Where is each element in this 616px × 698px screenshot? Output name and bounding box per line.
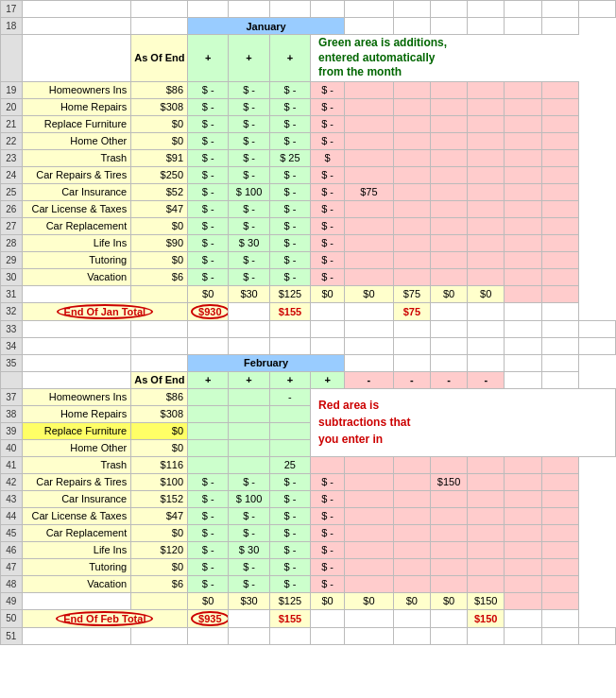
feb-g1-7[interactable]: $ - [202,510,214,521]
jan-p1-1[interactable]: $ - [321,101,334,112]
feb-p1-8[interactable]: $ - [321,527,334,538]
feb-total-row: 50End Of Feb Total$935$155$150 [1,609,616,627]
feb-total-mid: $155 [279,613,301,624]
jan-g3-4[interactable]: $ 25 [280,152,299,163]
red-annotation: Red area issubtractions thatyou enter in [318,399,410,446]
jan-p1-0[interactable]: $ - [321,84,334,95]
jan-p1-8[interactable]: $ - [321,220,334,231]
feb-g1-9[interactable]: $ - [202,544,214,555]
feb-g3-8[interactable]: $ - [283,527,296,538]
jan-p1-11[interactable]: $ - [321,271,334,282]
jan-g3-9[interactable]: $ - [283,237,296,248]
jan-g1-5[interactable]: $ - [202,169,214,180]
jan-g2-1[interactable]: $ - [243,101,255,112]
feb-g2-5[interactable]: $ - [243,476,255,487]
jan-g1-8[interactable]: $ - [202,220,214,231]
feb-p1-7[interactable]: $ - [321,510,334,521]
jan-g1-2[interactable]: $ - [202,118,214,129]
jan-p1-6[interactable]: $ - [321,186,334,197]
feb-g3-6[interactable]: $ - [283,493,296,504]
jan-g1-3[interactable]: $ - [202,135,214,146]
jan-g1-9[interactable]: $ - [202,237,214,248]
jan-g1-4[interactable]: $ - [202,152,214,163]
jan-g3-0[interactable]: $ - [283,84,296,95]
jan-g1-10[interactable]: $ - [202,254,214,265]
jan-p1-4[interactable]: $ [325,152,331,163]
jan-g2-11[interactable]: $ - [243,271,255,282]
jan-g3-1[interactable]: $ - [283,101,296,112]
feb-g2-11[interactable]: $ - [243,578,255,589]
jan-p1-10[interactable]: $ - [321,254,334,265]
feb-data-row: 47Tutoring$0$ -$ -$ -$ - [1,558,616,575]
feb-g1-10[interactable]: $ - [202,561,214,572]
jan-g3-11[interactable]: $ - [283,271,296,282]
jan-g1-6[interactable]: $ - [202,186,214,197]
feb-g2-8[interactable]: $ - [243,527,255,538]
feb-g3-4[interactable]: 25 [284,459,296,470]
feb-p4-5[interactable]: $150 [437,476,460,487]
jan-p1-9[interactable]: $ - [321,237,334,248]
february-title: February [244,357,288,368]
feb-g2-10[interactable]: $ - [243,561,255,572]
jan-g2-8[interactable]: $ - [243,220,255,231]
feb-p1-5[interactable]: $ - [321,476,334,487]
feb-p1-6[interactable]: $ - [321,493,334,504]
jan-g3-3[interactable]: $ - [283,135,296,146]
feb-g1-8[interactable]: $ - [202,527,214,538]
feb-g3-9[interactable]: $ - [283,544,296,555]
feb-p1-10[interactable]: $ - [321,561,334,572]
feb-g1-5[interactable]: $ - [202,476,214,487]
jan-g2-7[interactable]: $ - [243,203,255,214]
feb-g1-11[interactable]: $ - [202,578,214,589]
jan-p1-5[interactable]: $ - [321,169,334,180]
jan-g2-10[interactable]: $ - [243,254,255,265]
jan-p1-7[interactable]: $ - [321,203,334,214]
jan-p2-6[interactable]: $75 [360,186,377,197]
jan-g1-0[interactable]: $ - [202,84,214,95]
jan-plus1: + [205,52,211,63]
feb-p1-11[interactable]: $ - [321,578,334,589]
jan-g2-4[interactable]: $ - [243,152,255,163]
feb-g2-7[interactable]: $ - [243,510,255,521]
feb-total-value: $935 [191,611,229,626]
feb-g3-0[interactable]: - [288,391,292,402]
feb-g1-6[interactable]: $ - [202,493,214,504]
jan-g1-1[interactable]: $ - [202,101,214,112]
jan-g2-9[interactable]: $ 30 [239,237,259,248]
jan-g3-6[interactable]: $ - [283,186,296,197]
jan-g2-5[interactable]: $ - [243,169,255,180]
feb-g3-11[interactable]: $ - [283,578,296,589]
jan-g2-3[interactable]: $ - [243,135,255,146]
jan-g3-7[interactable]: $ - [283,203,296,214]
jan-value-4: $91 [166,152,183,163]
jan-p1-2[interactable]: $ - [321,118,334,129]
jan-label-7: Car License & Taxes [32,203,128,214]
jan-g2-2[interactable]: $ - [243,118,255,129]
jan-label-0: Homeowners Ins [49,84,128,95]
feb-value-4: $116 [161,459,183,470]
feb-g2-9[interactable]: $ 30 [239,544,259,555]
jan-g1-11[interactable]: $ - [202,271,214,282]
jan-g2-6[interactable]: $ 100 [236,186,263,197]
feb-g2-6[interactable]: $ 100 [236,493,263,504]
jan-total-value: $930 [191,304,229,319]
jan-g1-7[interactable]: $ - [202,203,214,214]
jan-label-5: Car Repairs & Tires [36,169,127,180]
jan-value-8: $0 [172,220,183,231]
jan-g2-0[interactable]: $ - [243,84,255,95]
feb-p1-9[interactable]: $ - [321,544,334,555]
feb-data-row: 44Car License & Taxes$47$ -$ -$ -$ - [1,507,616,524]
jan-g3-2[interactable]: $ - [283,118,296,129]
feb-data-row: 42Car Repairs & Tires$100$ -$ -$ -$ -$15… [1,473,616,490]
feb-g3-5[interactable]: $ - [283,476,296,487]
jan-g3-8[interactable]: $ - [283,220,296,231]
feb-g3-7[interactable]: $ - [283,510,296,521]
jan-value-3: $0 [172,135,183,146]
jan-data-row: 19Homeowners Ins$86$ -$ -$ -$ - [1,81,616,98]
jan-p1-3[interactable]: $ - [321,135,334,146]
february-header-row: 35February [1,354,616,371]
jan-g3-5[interactable]: $ - [283,169,296,180]
jan-g3-10[interactable]: $ - [283,254,296,265]
jan-label-10: Tutoring [89,254,127,265]
feb-g3-10[interactable]: $ - [283,561,296,572]
